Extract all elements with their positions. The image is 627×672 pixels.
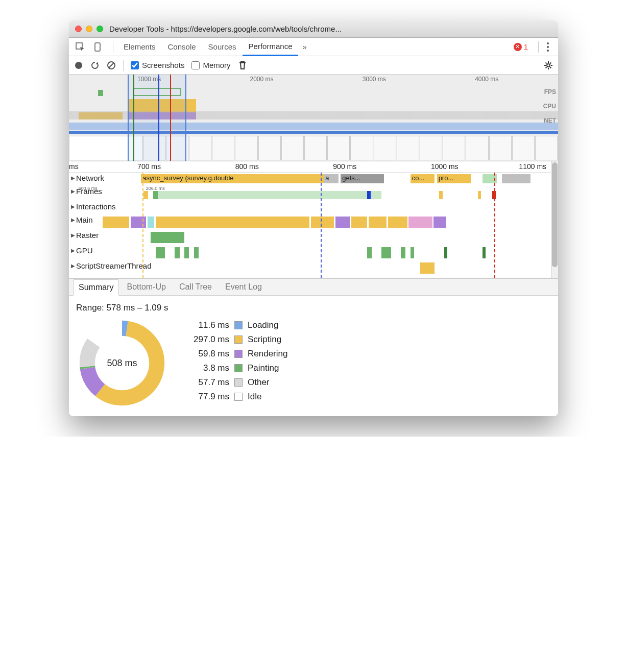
main-bar[interactable] (165, 217, 309, 228)
divider (113, 41, 113, 53)
overview-selection[interactable] (128, 75, 186, 161)
zoom-window-button[interactable] (97, 26, 103, 32)
divider (538, 41, 539, 53)
close-window-button[interactable] (75, 26, 82, 32)
svg-line-4 (109, 63, 114, 68)
dash-marker-blue (321, 173, 322, 278)
row-toggle-interactions[interactable]: ▶Interactions (69, 201, 118, 212)
legend-value: 3.8 ms (183, 363, 229, 373)
raster-track[interactable] (69, 230, 550, 245)
details-tab-eventlog[interactable]: Event Log (220, 279, 268, 295)
details-pane: Summary Bottom-Up Call Tree Event Log Ra… (69, 278, 558, 416)
network-bar[interactable]: gets... (341, 174, 384, 183)
error-icon: ✕ (514, 43, 522, 51)
dash-marker-yellow (142, 173, 143, 278)
legend-label: Painting (248, 363, 279, 373)
overview-timeline[interactable]: 1000 ms 2000 ms 3000 ms 4000 ms FPS CPU … (69, 75, 558, 161)
legend-value: 11.6 ms (183, 320, 229, 330)
record-button[interactable] (74, 61, 83, 70)
main-bar[interactable] (131, 217, 146, 228)
network-bar[interactable]: async_survey (survey.g.double (141, 174, 324, 183)
main-bar[interactable] (408, 217, 432, 228)
titlebar: Developer Tools - https://developers.goo… (69, 20, 558, 38)
main-bar[interactable] (351, 217, 367, 228)
legend-value: 57.7 ms (183, 377, 229, 388)
main-bar[interactable] (311, 217, 334, 228)
more-tabs-button[interactable]: » (298, 42, 310, 51)
scrollbar-thumb[interactable] (552, 162, 558, 267)
legend-row: 57.7 msOther (183, 377, 287, 388)
device-toolbar-icon[interactable] (91, 41, 104, 53)
inspect-element-icon[interactable] (74, 41, 86, 53)
main-track[interactable] (69, 214, 550, 230)
devtools-window: Developer Tools - https://developers.goo… (69, 20, 558, 416)
screenshots-checkbox-input[interactable] (131, 61, 139, 69)
network-bar[interactable]: pro... (437, 174, 471, 183)
details-tab-summary[interactable]: Summary (73, 279, 119, 296)
svg-point-5 (547, 64, 550, 67)
garbage-collect-button[interactable] (238, 61, 247, 70)
traffic-lights (75, 26, 103, 32)
network-bar[interactable]: co... (411, 174, 435, 183)
row-toggle-main[interactable]: ▶Main (69, 214, 95, 225)
details-body: Range: 578 ms – 1.09 s 508 ms 11.6 msLoa… (69, 296, 558, 416)
marker-blue (158, 75, 159, 161)
frames-track[interactable]: 603.6 ms 206.0 ms (69, 186, 550, 201)
legend-swatch (234, 364, 243, 372)
details-tab-bottomup[interactable]: Bottom-Up (121, 279, 171, 295)
legend-swatch (234, 335, 243, 344)
clear-button[interactable] (107, 61, 116, 70)
legend-row: 77.9 msIdle (183, 392, 287, 402)
main-bar[interactable] (335, 217, 350, 228)
legend-row: 59.8 msRendering (183, 349, 287, 359)
main-menu-button[interactable] (543, 42, 553, 52)
scriptstreamer-track[interactable] (69, 260, 550, 278)
network-bar[interactable]: a (324, 174, 338, 183)
main-bar[interactable] (369, 217, 387, 228)
gpu-track[interactable] (69, 245, 550, 260)
legend-label: Idle (248, 392, 261, 402)
marker-red (170, 75, 171, 161)
main-bar[interactable] (103, 217, 129, 228)
details-tabs: Summary Bottom-Up Call Tree Event Log (69, 278, 558, 296)
network-bar[interactable] (502, 174, 531, 183)
legend-value: 77.9 ms (183, 392, 229, 402)
memory-checkbox-input[interactable] (191, 61, 200, 69)
minimize-window-button[interactable] (86, 26, 92, 32)
tab-elements[interactable]: Elements (117, 38, 162, 56)
legend-row: 11.6 msLoading (183, 320, 287, 330)
donut-total: 508 ms (76, 317, 168, 409)
flame-chart[interactable]: ms 700 ms 800 ms 900 ms 1000 ms 1100 ms … (69, 161, 558, 278)
legend-value: 297.0 ms (183, 334, 229, 345)
row-toggle-frames[interactable]: ▶Frames (69, 186, 104, 197)
legend-swatch (234, 393, 243, 401)
legend-swatch (234, 321, 243, 329)
reload-button[interactable] (90, 61, 100, 70)
error-count: 1 (524, 42, 528, 51)
screenshots-checkbox[interactable]: Screenshots (131, 61, 184, 69)
legend-row: 3.8 msPainting (183, 363, 287, 373)
tab-console[interactable]: Console (162, 38, 202, 56)
main-bar[interactable] (148, 217, 155, 228)
error-count-badge[interactable]: ✕ 1 (514, 42, 528, 51)
svg-point-2 (75, 62, 82, 69)
flame-ruler: ms 700 ms 800 ms 900 ms 1000 ms 1100 ms (69, 161, 558, 173)
chevron-right-icon: ▶ (71, 217, 75, 223)
legend-swatch (234, 378, 243, 387)
details-tab-calltree[interactable]: Call Tree (174, 279, 218, 295)
memory-checkbox[interactable]: Memory (191, 61, 230, 69)
window-title: Developer Tools - https://developers.goo… (109, 25, 342, 33)
network-track[interactable]: async_survey (survey.g.doubleagets...co.… (69, 173, 550, 186)
tab-sources[interactable]: Sources (202, 38, 243, 56)
summary-legend: 11.6 msLoading297.0 msScripting59.8 msRe… (183, 320, 287, 406)
chevron-right-icon: ▶ (71, 204, 75, 209)
legend-row: 297.0 msScripting (183, 334, 287, 345)
capture-settings-button[interactable] (544, 61, 553, 70)
main-bar[interactable] (388, 217, 407, 228)
legend-label: Scripting (248, 334, 281, 345)
dash-marker-red (494, 173, 495, 278)
flame-scrollbar[interactable] (551, 161, 558, 278)
legend-label: Other (248, 377, 270, 388)
tab-performance[interactable]: Performance (243, 38, 299, 56)
main-bar[interactable] (433, 217, 446, 228)
